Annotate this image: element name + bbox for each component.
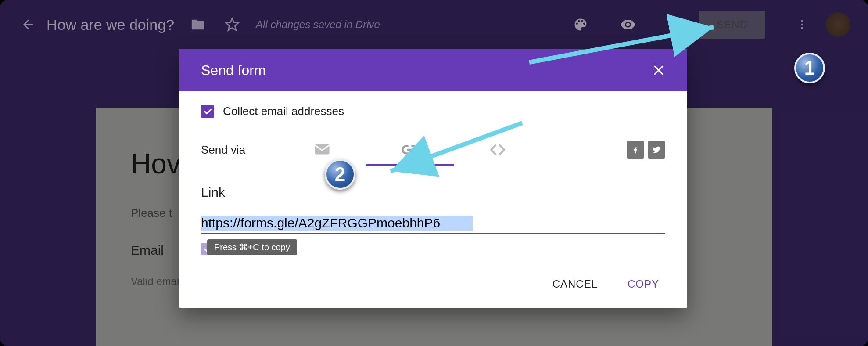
send-form-dialog: Send form Collect email addresses Send v… [179, 49, 687, 308]
check-icon [203, 107, 212, 116]
copy-button[interactable]: COPY [617, 271, 670, 297]
cancel-button[interactable]: CANCEL [542, 271, 608, 297]
link-section-label: Link [201, 185, 665, 200]
send-via-row: Send via [201, 137, 665, 163]
dialog-header: Send form [179, 49, 687, 91]
send-via-label: Send via [201, 143, 278, 157]
copy-tooltip: Press ⌘+C to copy [207, 239, 297, 255]
facebook-icon [631, 145, 640, 155]
app-frame: How are we doing? All changes saved in D… [0, 0, 868, 346]
share-facebook-button[interactable] [627, 141, 644, 159]
link-icon [401, 141, 419, 159]
close-icon [652, 64, 665, 77]
mail-icon [314, 143, 330, 156]
send-via-link-tab[interactable] [366, 137, 454, 163]
twitter-icon [652, 145, 661, 155]
annotation-badge-2: 2 [325, 159, 355, 190]
dialog-title: Send form [201, 62, 266, 79]
collect-emails-row: Collect email addresses [201, 105, 665, 118]
annotation-badge-1: 1 [794, 53, 825, 83]
svg-rect-3 [315, 144, 330, 155]
collect-emails-label: Collect email addresses [223, 105, 344, 118]
link-url-field[interactable] [201, 216, 665, 234]
collect-emails-checkbox[interactable] [201, 105, 214, 118]
send-via-embed-tab[interactable] [454, 137, 542, 163]
dialog-footer: CANCEL COPY [179, 260, 687, 308]
send-via-email-tab[interactable] [278, 137, 366, 163]
close-button[interactable] [652, 64, 665, 77]
share-twitter-button[interactable] [648, 141, 665, 159]
embed-icon [489, 141, 506, 159]
